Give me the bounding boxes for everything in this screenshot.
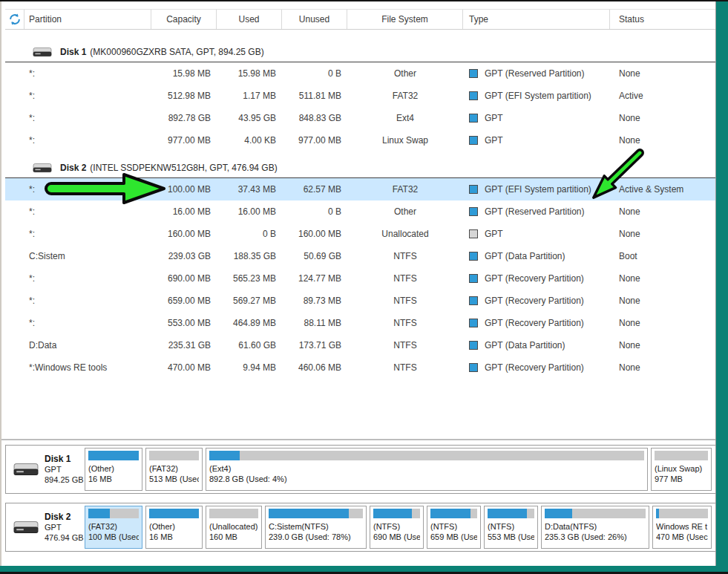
table-row[interactable]: *: 16.00 MB 16.00 MB 0 B Other GPT (Rese… [5, 200, 715, 223]
partition-type-icon-unallocated [469, 229, 478, 238]
partition-label: C:Sistem [24, 251, 151, 261]
refresh-button[interactable] [5, 10, 24, 29]
status-value: None [610, 362, 715, 373]
partition-label: *: [24, 229, 151, 239]
disk-2-group-header[interactable]: Disk 2 (INTEL SSDPEKNW512G8H, GPT, 476.9… [5, 157, 715, 178]
partition-type-icon [469, 136, 478, 145]
partition-type-icon [469, 252, 478, 261]
partition-manager-screen: Partition Capacity Used Unused File Syst… [0, 1, 716, 566]
partition-type-icon [469, 185, 478, 194]
partition-block[interactable]: (FAT32) 513 MB (Usec [145, 448, 203, 491]
partition-type-icon [469, 341, 478, 350]
app-window: Partition Capacity Used Unused File Syst… [0, 0, 728, 574]
status-value: None [610, 68, 715, 79]
disk-icon [32, 162, 53, 174]
partition-label: *: [24, 68, 151, 79]
usage-bar [545, 509, 646, 518]
partition-label: *: [24, 273, 151, 284]
column-header-type[interactable]: Type [463, 10, 610, 29]
status-value: None [610, 113, 715, 123]
disk-1-group-header[interactable]: Disk 1 (MK000960GZXRB SATA, GPT, 894.25 … [5, 42, 715, 62]
table-row[interactable]: *: 690.00 MB 565.23 MB 124.77 MB NTFS GP… [5, 267, 715, 290]
partition-label: D:Data [24, 340, 151, 350]
partition-block[interactable]: (Unallocated) 160 MB [206, 506, 262, 549]
usage-bar [656, 509, 708, 518]
table-row[interactable]: *: 892.78 GB 43.95 GB 848.83 GB Ext4 GPT… [5, 107, 715, 129]
usage-bar [269, 509, 363, 518]
partition-type-icon [469, 207, 478, 216]
table-row[interactable]: C:Sistem 239.03 GB 188.35 GB 50.69 GB NT… [5, 245, 715, 267]
disk-2-partition-blocks: (FAT32) 100 MB (Usec (Other) 16 MB (Unal… [85, 506, 712, 549]
table-row[interactable]: *: 553.00 MB 464.89 MB 88.11 MB NTFS GPT… [5, 312, 715, 334]
table-row[interactable]: D:Data 235.31 GB 61.60 GB 173.71 GB NTFS… [5, 334, 715, 356]
status-value: Active [610, 91, 715, 101]
partition-block[interactable]: (Other) 16 MB [85, 448, 142, 491]
partition-block[interactable]: D:Data(NTFS) 235.3 GB (Used: 26%) [541, 506, 649, 549]
usage-bar [373, 509, 420, 518]
disk-1-map-label: Disk 1 GPT 894.25 GB [6, 454, 85, 485]
usage-bar [655, 451, 708, 460]
disk-icon [13, 461, 39, 477]
table-row[interactable]: *: 512.98 MB 1.17 MB 511.81 MB FAT32 GPT… [5, 85, 715, 107]
status-value: None [610, 135, 715, 146]
status-value: None [610, 296, 715, 306]
status-value: None [610, 340, 715, 350]
partition-block[interactable]: Windows RE t 470 MB (Usec [652, 506, 712, 549]
usage-bar [430, 509, 477, 518]
usage-bar [209, 451, 644, 460]
partition-block[interactable]: (NTFS) 553 MB (Usec [484, 506, 538, 549]
partition-block[interactable]: (Ext4) 892.8 GB (Used: 4%) [206, 448, 648, 491]
partition-type-icon [469, 363, 478, 372]
partition-label: *: [24, 206, 151, 217]
usage-bar [88, 509, 139, 518]
table-row[interactable]: *: 659.00 MB 569.27 MB 89.73 MB NTFS GPT… [5, 290, 715, 312]
column-header-filesystem[interactable]: File System [347, 10, 463, 29]
status-value: None [610, 318, 715, 328]
disk-name: Disk 1 [60, 47, 86, 57]
table-row[interactable]: *: 15.98 MB 15.98 MB 0 B Other GPT (Rese… [5, 62, 715, 85]
usage-bar [209, 509, 258, 518]
partition-block-selected[interactable]: (FAT32) 100 MB (Usec [85, 506, 142, 549]
panel-divider [1, 439, 716, 440]
column-header-capacity[interactable]: Capacity [151, 10, 217, 29]
partition-block[interactable]: (Linux Swap) 977 MB [651, 448, 712, 491]
partition-type-icon [469, 274, 478, 283]
table-row-selected[interactable]: *: 100.00 MB 37.43 MB 62.57 MB FAT32 GPT… [5, 178, 715, 200]
status-value: None [610, 273, 715, 284]
partition-label: *: [24, 135, 151, 146]
partition-label: *: [24, 184, 151, 195]
partition-label: *:Windows RE tools [24, 362, 151, 373]
usage-bar [149, 509, 199, 518]
status-value: None [610, 229, 715, 239]
table-header-row: Partition Capacity Used Unused File Syst… [5, 9, 715, 30]
column-header-status[interactable]: Status [610, 10, 715, 29]
disk-2-map-row: Disk 2 GPT 476.94 GB (FAT32) 100 MB (Use… [5, 503, 716, 552]
table-row[interactable]: *: 160.00 MB 0 B 160.00 MB Unallocated G… [5, 223, 715, 245]
disk-details: (MK000960GZXRB SATA, GPT, 894.25 GB) [90, 47, 263, 57]
usage-bar [88, 451, 139, 460]
partition-label: *: [24, 296, 151, 306]
partition-label: *: [24, 318, 151, 328]
partition-block[interactable]: (NTFS) 690 MB (Usec [370, 506, 424, 549]
partition-block[interactable]: (Other) 16 MB [145, 506, 203, 549]
disk-2-map-label: Disk 2 GPT 476.94 GB [6, 512, 85, 543]
disk-icon [13, 519, 39, 535]
partition-type-icon [469, 319, 478, 327]
partition-type-icon [469, 91, 478, 100]
partition-label: *: [24, 91, 151, 101]
status-value: None [610, 206, 715, 217]
partition-label: *: [24, 113, 151, 123]
partition-block[interactable]: C:Sistem(NTFS) 239.0 GB (Used: 78%) [265, 506, 367, 549]
table-row[interactable]: *:Windows RE tools 470.00 MB 9.94 MB 460… [5, 356, 715, 379]
column-header-used[interactable]: Used [217, 10, 282, 29]
table-row[interactable]: *: 977.00 MB 4.00 KB 977.00 MB Linux Swa… [5, 129, 715, 151]
column-header-partition[interactable]: Partition [24, 10, 151, 29]
disk-icon [32, 46, 53, 58]
disk-details: (INTEL SSDPEKNW512G8H, GPT, 476.94 GB) [90, 163, 277, 173]
partition-table: Partition Capacity Used Unused File Syst… [5, 9, 715, 379]
partition-type-icon [469, 69, 478, 78]
column-header-unused[interactable]: Unused [282, 10, 347, 29]
partition-block[interactable]: (NTFS) 659 MB (Usec [427, 506, 481, 549]
disk-name: Disk 2 [60, 163, 86, 173]
status-value: Boot [610, 251, 715, 261]
